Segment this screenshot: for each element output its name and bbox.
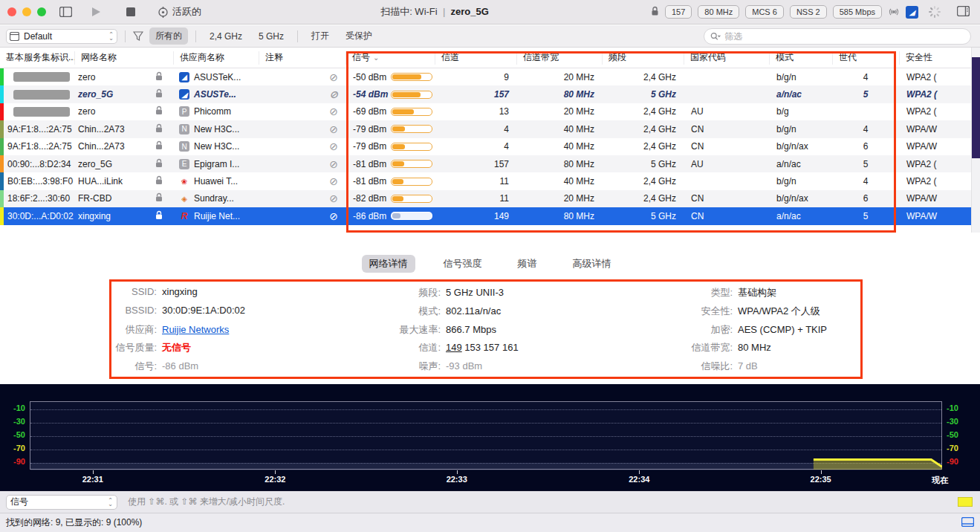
column-header-11[interactable]: 安全性 — [899, 51, 980, 65]
tab-advanced-details[interactable]: 高级详情 — [565, 255, 619, 273]
column-header-1[interactable]: 网络名称 — [74, 51, 173, 65]
detail-value: -86 dBm — [162, 360, 198, 372]
vendor-icon: ◢ — [179, 72, 189, 82]
search-field[interactable] — [704, 28, 971, 45]
bssid-cell: 00:90:...8:D2:34 — [0, 155, 74, 172]
row-color-bar — [0, 155, 4, 172]
redacted-bssid — [13, 90, 70, 100]
x-axis-label: 22:34 — [629, 475, 649, 484]
column-header-5[interactable]: 信道 — [435, 51, 516, 65]
detail-row: 加密:AES (CCMP) + TKIP — [635, 323, 827, 342]
signal-bar — [391, 125, 432, 133]
bottom-panel-icon[interactable] — [961, 517, 974, 529]
toggle-sidebar-icon[interactable] — [59, 7, 72, 17]
column-header-0[interactable]: 基本服务集标识... — [0, 51, 74, 65]
lock-icon — [155, 123, 163, 135]
networks-found-status: 找到的网络: 9, 已显示的: 9 (100%) — [6, 516, 142, 529]
mode-cell: b/g/n/ax — [769, 138, 832, 155]
detail-label: 模式: — [349, 305, 446, 318]
table-row[interactable]: 18:6F:2...:30:60FR-CBD◈Sundray...⊘-82 dB… — [0, 190, 980, 207]
table-row[interactable]: 9A:F1:8...:2A:75Chin...2A73NNew H3C...⊘-… — [0, 138, 980, 155]
generation-cell: 5 — [832, 155, 899, 172]
bandwidth-cell: 20 MHz — [516, 68, 602, 85]
signal-bar-fill — [392, 126, 405, 132]
column-header-6[interactable]: 信道带宽 — [516, 51, 602, 65]
vendor-icon: ❀ — [179, 176, 189, 186]
table-row[interactable]: zeroPPhicomm⊘-69 dBm1320 MHz2,4 GHzAUb/g… — [0, 103, 980, 120]
column-header-8[interactable]: 国家代码 — [684, 51, 769, 65]
active-mode-control[interactable]: 活跃的 — [158, 5, 201, 19]
row-color-bar — [0, 172, 4, 189]
security-cell: WPA2 ( — [899, 155, 980, 172]
row-color-bar — [0, 68, 4, 85]
bandwidth-cell: 80 MHz — [516, 155, 602, 172]
filter-24ghz-button[interactable]: 2,4 GHz — [204, 29, 248, 44]
preset-select[interactable]: Default ⌃⌄ — [6, 29, 117, 44]
start-scan-icon[interactable] — [91, 7, 101, 17]
table-row[interactable]: 00:90:...8:D2:34zero_5GEEpigram I...⊘-81… — [0, 155, 980, 172]
comment-cell: ⊘ — [259, 172, 345, 189]
detail-value: AES (CCMP) + TKIP — [738, 324, 827, 335]
table-row[interactable]: B0:EB:...3:98:F0HUA...iLink❀Huawei T...⊘… — [0, 172, 980, 189]
column-header-4[interactable]: 信号⌄ — [345, 51, 435, 65]
detail-label: 频段: — [349, 286, 446, 299]
detail-row: BSSID:30:0D:9E:1A:D0:02 — [108, 305, 245, 323]
comment-cell: ⊘ — [259, 138, 345, 155]
vendor-icon: ◈ — [179, 193, 189, 204]
column-header-3[interactable]: 注释 — [259, 51, 345, 65]
filter-5ghz-button[interactable]: 5 GHz — [253, 29, 290, 44]
x-axis-tick — [821, 470, 822, 474]
band-cell: 5 GHz — [602, 155, 684, 172]
column-header-10[interactable]: 世代 — [832, 51, 899, 65]
y-axis-label-right: -50 — [947, 430, 972, 439]
toggle-right-panel-icon[interactable] — [957, 6, 970, 19]
search-input[interactable] — [724, 31, 964, 42]
country-cell — [684, 85, 769, 103]
table-row[interactable]: 9A:F1:8...:2A:75Chin...2A73NNew H3C...⊘-… — [0, 120, 980, 137]
filter-all-button[interactable]: 所有的 — [149, 27, 188, 45]
detail-label: 噪声: — [349, 360, 446, 373]
column-header-9[interactable]: 模式 — [769, 51, 832, 65]
comment-cell: ⊘ — [259, 120, 345, 137]
tab-signal-strength[interactable]: 信号强度 — [436, 255, 490, 273]
table-row[interactable]: zero_5G◢ASUSTe...⊘-54 dBm15780 MHz5 GHza… — [0, 85, 980, 103]
scrollbar-thumb[interactable] — [972, 57, 980, 158]
detail-label: 信道带宽: — [635, 341, 738, 354]
stop-scan-icon[interactable] — [126, 7, 135, 16]
signal-value: -81 dBm — [353, 159, 386, 169]
bandwidth-cell: 40 MHz — [516, 172, 602, 189]
vendor-name: Huawei T... — [194, 176, 238, 186]
row-color-bar — [0, 190, 4, 207]
signal-bar-fill — [392, 92, 421, 97]
zoom-window-button[interactable] — [37, 7, 46, 16]
filter-funnel-icon[interactable] — [133, 31, 143, 41]
chart-metric-select[interactable]: 信号 ⌃⌄ — [6, 495, 117, 510]
minimize-window-button[interactable] — [22, 7, 31, 16]
tab-spectrum[interactable]: 频谱 — [510, 255, 545, 273]
column-header-7[interactable]: 频段 — [602, 51, 684, 65]
table-row[interactable]: zero◢ASUSTeK...⊘-50 dBm920 MHz2,4 GHzb/g… — [0, 68, 980, 85]
lock-status-icon — [651, 6, 659, 19]
bandwidth-badge: 80 MHz — [698, 5, 739, 19]
filter-open-button[interactable]: 打开 — [305, 27, 335, 45]
tab-network-details[interactable]: 网络详情 — [362, 255, 415, 273]
column-header-2[interactable]: 供应商名称 — [173, 51, 259, 65]
vendor-link[interactable]: Ruijie Networks — [162, 324, 229, 335]
signal-cell: -86 dBm — [345, 207, 435, 224]
vendor-icon: N — [179, 141, 189, 152]
comment-cell: ⊘ — [259, 190, 345, 207]
close-window-button[interactable] — [7, 7, 16, 16]
detail-row: 频段:5 GHz UNII-3 — [349, 286, 519, 305]
table-row[interactable]: 30:0D:...A:D0:02xingxingRRuijie Net...⊘-… — [0, 207, 980, 224]
filter-protected-button[interactable]: 受保护 — [340, 27, 378, 45]
signal-bar — [391, 143, 432, 151]
detail-value: Ruijie Networks — [162, 324, 229, 335]
scan-progress-spinner — [929, 6, 941, 18]
generation-cell: 5 — [832, 85, 899, 103]
comment-blocked-icon: ⊘ — [329, 175, 338, 187]
signal-value: -82 dBm — [353, 193, 386, 204]
vendor-icon: ◢ — [179, 89, 189, 100]
security-cell: WPA/W — [899, 138, 980, 155]
detail-value: 149 153 157 161 — [446, 342, 519, 353]
network-table: zero◢ASUSTeK...⊘-50 dBm920 MHz2,4 GHzb/g… — [0, 68, 980, 225]
